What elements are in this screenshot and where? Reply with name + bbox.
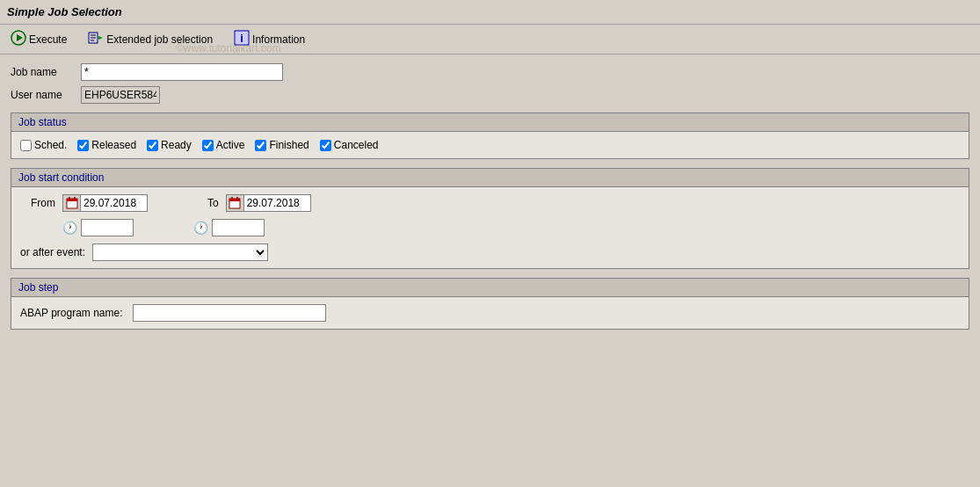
svg-text:i: i xyxy=(240,32,243,45)
active-checkbox-item[interactable]: Active xyxy=(202,139,245,151)
canceled-checkbox[interactable] xyxy=(320,140,331,151)
job-start-header: Job start condition xyxy=(11,169,969,187)
released-checkbox[interactable] xyxy=(77,140,89,151)
svg-marker-1 xyxy=(17,34,23,41)
job-name-input[interactable] xyxy=(81,63,283,81)
execute-icon xyxy=(11,30,26,48)
job-step-header: Job step xyxy=(11,279,969,297)
finished-label: Finished xyxy=(269,139,309,151)
svg-rect-14 xyxy=(229,199,240,201)
sched-label: Sched. xyxy=(34,139,67,151)
finished-checkbox[interactable] xyxy=(255,140,266,151)
job-start-section: Job start condition From xyxy=(11,168,969,269)
job-status-section: Job status Sched. Released R xyxy=(11,113,969,159)
to-date-wrapper xyxy=(226,194,311,212)
to-date-picker-button[interactable] xyxy=(227,195,244,211)
main-content: ©www.tutorialkart.com Job name User name… xyxy=(0,55,980,347)
to-date-group xyxy=(226,194,311,212)
job-name-label: Job name xyxy=(11,66,81,78)
sched-checkbox-item[interactable]: Sched. xyxy=(20,139,67,151)
title-bar: Simple Job Selection xyxy=(0,0,980,25)
from-date-wrapper xyxy=(62,194,148,212)
finished-checkbox-item[interactable]: Finished xyxy=(255,139,309,151)
active-checkbox[interactable] xyxy=(202,140,214,151)
information-label: Information xyxy=(252,33,305,46)
ready-checkbox[interactable] xyxy=(147,140,158,151)
date-row: From xyxy=(20,194,960,212)
sched-checkbox[interactable] xyxy=(20,140,32,151)
extended-label: Extended job selection xyxy=(106,33,213,46)
information-icon: i xyxy=(234,30,250,48)
job-status-header: Job status xyxy=(11,113,969,132)
to-date-input[interactable] xyxy=(244,195,310,211)
extended-icon xyxy=(88,30,104,48)
user-name-label: User name xyxy=(11,89,81,101)
from-clock-icon: 🕐 xyxy=(62,221,77,235)
job-status-content: Sched. Released Ready Active xyxy=(11,132,969,158)
to-clock-icon: 🕐 xyxy=(193,221,208,235)
page-title: Simple Job Selection xyxy=(7,5,122,18)
status-checkboxes: Sched. Released Ready Active xyxy=(20,139,960,151)
released-checkbox-item[interactable]: Released xyxy=(77,139,136,151)
canceled-label: Canceled xyxy=(334,139,379,151)
abap-label: ABAP program name: xyxy=(20,307,126,319)
to-time-group: 🕐 xyxy=(193,219,265,236)
canceled-checkbox-item[interactable]: Canceled xyxy=(320,139,379,151)
user-name-input[interactable] xyxy=(81,86,160,104)
job-step-content: ABAP program name: xyxy=(11,297,969,329)
event-select[interactable] xyxy=(92,243,268,261)
event-label: or after event: xyxy=(20,246,85,258)
ready-checkbox-item[interactable]: Ready xyxy=(147,139,192,151)
job-start-content: From xyxy=(11,187,969,268)
information-button[interactable]: i Information xyxy=(230,28,309,50)
from-date-group xyxy=(62,194,148,212)
released-label: Released xyxy=(91,139,136,151)
user-name-row: User name xyxy=(11,86,969,104)
time-row: 🕐 🕐 xyxy=(20,219,960,236)
abap-row: ABAP program name: xyxy=(20,304,960,322)
job-step-section: Job step ABAP program name: xyxy=(11,278,969,330)
execute-label: Execute xyxy=(29,33,67,46)
page-wrapper: Simple Job Selection Execute xyxy=(0,0,980,487)
to-time-input[interactable] xyxy=(212,219,265,236)
svg-marker-6 xyxy=(98,36,103,40)
from-time-group: 🕐 xyxy=(62,219,134,236)
from-time-input[interactable] xyxy=(81,219,134,236)
abap-input[interactable] xyxy=(133,304,326,322)
from-date-input[interactable] xyxy=(81,195,147,211)
job-name-row: Job name xyxy=(11,63,969,81)
ready-label: Ready xyxy=(161,139,192,151)
from-label: From xyxy=(20,197,55,209)
svg-rect-10 xyxy=(67,199,77,201)
extended-job-selection-button[interactable]: Extended job selection xyxy=(84,28,216,50)
from-date-picker-button[interactable] xyxy=(63,195,81,211)
toolbar: Execute Extended job selection i xyxy=(0,25,980,55)
event-row: or after event: xyxy=(20,243,960,261)
active-label: Active xyxy=(216,139,245,151)
to-label: To xyxy=(207,197,219,209)
execute-button[interactable]: Execute xyxy=(7,28,70,50)
